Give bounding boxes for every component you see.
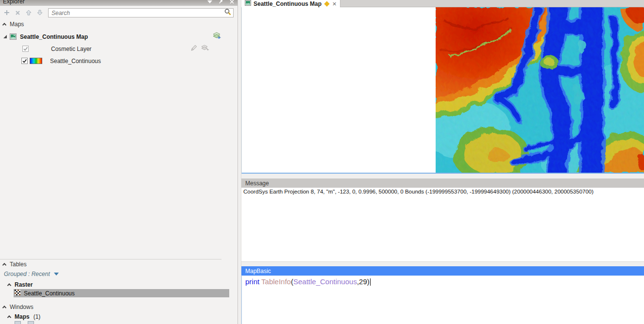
add-icon[interactable] bbox=[4, 9, 10, 17]
section-label: Maps bbox=[10, 21, 24, 28]
table-item-label: Seattle_Continuous bbox=[24, 290, 75, 297]
tree-row-map[interactable]: Seattle_Continuous Map bbox=[0, 31, 237, 43]
explorer-titlebar[interactable]: Explorer bbox=[0, 0, 237, 6]
group-header-raster[interactable]: Raster bbox=[0, 279, 237, 289]
collapse-chevron-icon bbox=[2, 263, 6, 267]
tree-expander-icon[interactable] bbox=[3, 35, 7, 38]
collapse-chevron-icon bbox=[7, 283, 11, 287]
section-label: Windows bbox=[10, 304, 34, 310]
explorer-panel: Explorer bbox=[0, 0, 238, 324]
group-count: (1) bbox=[34, 313, 41, 320]
tree-row-cosmetic-layer[interactable]: Cosmetic Layer bbox=[0, 43, 237, 55]
code-token: TableInfo bbox=[259, 277, 291, 286]
clipped-window-thumbnails bbox=[0, 321, 237, 324]
mapbasic-panel-header: MapBasic bbox=[241, 266, 644, 275]
tab-close-icon[interactable]: ✕ bbox=[332, 1, 337, 6]
tables-grouping-dropdown[interactable]: Grouped : Recent bbox=[0, 269, 237, 279]
search-icon[interactable] bbox=[224, 8, 232, 18]
map-thumbnail-icon bbox=[245, 0, 251, 7]
layer-visibility-checkbox[interactable] bbox=[22, 46, 29, 52]
raster-checker-icon bbox=[15, 290, 21, 297]
explorer-toolbar bbox=[0, 6, 237, 19]
group-label: Maps bbox=[15, 313, 30, 320]
layer-control-icon[interactable] bbox=[213, 32, 221, 41]
search-input[interactable] bbox=[51, 10, 224, 16]
coordsys-message-text: CoordSys Earth Projection 8, 74, "m", -1… bbox=[243, 189, 593, 194]
collapse-chevron-icon bbox=[7, 315, 11, 319]
code-token: print bbox=[245, 277, 259, 286]
section-header-maps[interactable]: Maps bbox=[0, 19, 237, 29]
grouping-label: Grouped : Recent bbox=[4, 271, 50, 277]
tab-title: Seattle_Continuous Map bbox=[254, 0, 322, 7]
layer-label[interactable]: Cosmetic Layer bbox=[51, 46, 91, 52]
tab-seattle-continuous-map[interactable]: Seattle_Continuous Map ✕ bbox=[241, 0, 340, 7]
code-token: 29 bbox=[359, 277, 367, 286]
section-label: Tables bbox=[10, 261, 27, 268]
document-area: Seattle_Continuous Map ✕ bbox=[241, 0, 644, 324]
explorer-title: Explorer bbox=[3, 0, 25, 5]
pin-icon[interactable] bbox=[218, 0, 223, 4]
document-tab-bar: Seattle_Continuous Map ✕ bbox=[241, 0, 644, 7]
table-item-seattle-continuous[interactable]: Seattle_Continuous bbox=[14, 289, 229, 297]
elevation-raster-image bbox=[436, 7, 644, 173]
move-up-icon[interactable] bbox=[26, 9, 32, 17]
code-token: ) bbox=[367, 277, 370, 286]
dropdown-triangle-icon bbox=[54, 273, 59, 275]
section-header-tables[interactable]: Tables bbox=[0, 259, 237, 269]
group-header-window-maps[interactable]: Maps (1) bbox=[0, 311, 237, 321]
mapinfo-pro-app: Explorer bbox=[0, 0, 644, 324]
group-label: Raster bbox=[15, 281, 33, 288]
map-tree-title[interactable]: Seattle_Continuous Map bbox=[20, 33, 88, 40]
message-panel-header: Message bbox=[241, 178, 644, 188]
modified-diamond-icon bbox=[324, 1, 329, 6]
mapbasic-panel-title: MapBasic bbox=[245, 268, 271, 275]
map-window[interactable] bbox=[241, 7, 644, 174]
panel-menu-chevron-down-icon[interactable] bbox=[207, 0, 212, 4]
layer-properties-icon[interactable] bbox=[201, 45, 209, 53]
message-panel-title: Message bbox=[245, 180, 269, 187]
edit-pencil-icon[interactable] bbox=[190, 45, 197, 53]
move-down-icon[interactable] bbox=[37, 9, 43, 17]
text-cursor bbox=[370, 278, 371, 286]
layer-label[interactable]: Seattle_Continuous bbox=[50, 58, 101, 65]
panel-splitter[interactable] bbox=[238, 0, 241, 324]
layer-visibility-checkbox[interactable] bbox=[21, 58, 28, 64]
mapbasic-code-editor[interactable]: print TableInfo(Seattle_Continuous,29) bbox=[241, 275, 644, 324]
search-box bbox=[48, 8, 234, 17]
raster-color-ramp-swatch bbox=[30, 58, 42, 64]
tree-row-seattle-continuous-layer[interactable]: Seattle_Continuous bbox=[0, 55, 237, 67]
mapbasic-panel: MapBasic print TableInfo(Seattle_Continu… bbox=[241, 266, 644, 324]
close-icon[interactable] bbox=[229, 0, 235, 4]
section-header-windows[interactable]: Windows bbox=[0, 302, 237, 311]
message-panel: Message CoordSys Earth Projection 8, 74,… bbox=[241, 178, 644, 262]
map-thumbnail-icon bbox=[10, 33, 17, 40]
code-token: Seattle_Continuous bbox=[293, 277, 357, 286]
collapse-chevron-icon bbox=[2, 306, 6, 309]
collapse-chevron-icon bbox=[2, 23, 6, 27]
message-panel-body[interactable]: CoordSys Earth Projection 8, 74, "m", -1… bbox=[241, 188, 644, 262]
delete-icon[interactable] bbox=[15, 9, 20, 17]
